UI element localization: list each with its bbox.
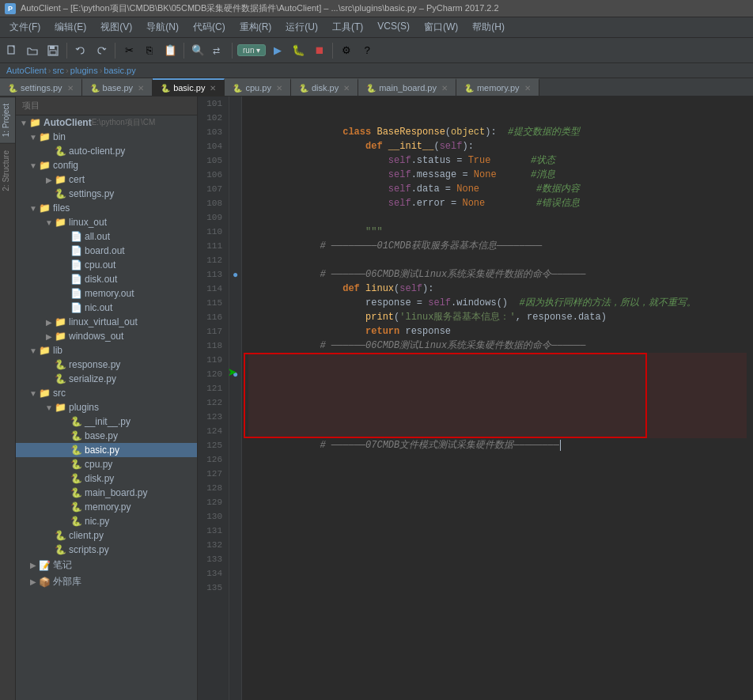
tree-basic-py[interactable]: 🐍 basic.py <box>16 443 197 457</box>
code-line-132[interactable] <box>248 538 747 552</box>
tree-board-out[interactable]: 📄 board.out <box>16 244 197 258</box>
breadcrumb-basicpy[interactable]: basic.py <box>104 66 135 75</box>
code-line-116[interactable]: return response <box>248 310 747 324</box>
code-line-118[interactable] <box>248 339 747 353</box>
code-line-128[interactable] <box>248 481 747 495</box>
tree-all-out[interactable]: 📄 all.out <box>16 229 197 244</box>
code-line-124[interactable]: # ——————07CMDB文件模式测试采集硬件数据———————— <box>248 424 747 438</box>
tree-cpu-out[interactable]: 📄 cpu.out <box>16 258 197 272</box>
code-line-111[interactable] <box>248 239 747 253</box>
tree-windows-out[interactable]: ▶ 📁 windows_out <box>16 329 197 343</box>
code-line-130[interactable] <box>248 509 747 524</box>
code-line-123[interactable]: return response <box>248 410 747 424</box>
tab-basic[interactable]: 🐍 basic.py ✕ <box>153 78 225 96</box>
tree-config[interactable]: ▼ 📁 config <box>16 158 197 172</box>
menu-c[interactable]: 代码(C) <box>187 19 232 36</box>
tab-close-cpu[interactable]: ✕ <box>276 84 282 93</box>
code-line-108[interactable] <box>248 196 747 210</box>
toolbar-find[interactable]: 🔍 <box>189 42 206 59</box>
tree-external[interactable]: ▶ 📦 外部库 <box>16 573 197 590</box>
code-line-114[interactable]: response = self.windows() #因为执行同样的方法，所以，… <box>248 282 747 296</box>
menu-vcss[interactable]: VCS(S) <box>371 19 416 36</box>
tree-memory-out[interactable]: 📄 memory.out <box>16 286 197 301</box>
toolbar-stop[interactable]: ⏹ <box>310 42 327 59</box>
toolbar-settings[interactable]: ⚙ <box>338 42 355 59</box>
code-line-120[interactable]: def test(self): <box>248 367 747 381</box>
code-line-103[interactable]: def __init__(self): <box>248 125 747 139</box>
tree-lib[interactable]: ▼ 📁 lib <box>16 343 197 358</box>
tree-nic-out[interactable]: 📄 nic.out <box>16 301 197 315</box>
tab-disk[interactable]: 🐍 disk.py ✕ <box>291 78 358 96</box>
tree-cert[interactable]: ▶ 📁 cert <box>16 172 197 187</box>
tree-settings-py[interactable]: 🐍 settings.py <box>16 187 197 201</box>
menu-e[interactable]: 编辑(E) <box>48 19 93 36</box>
code-line-122[interactable]: print('test服务器基本信息：', response.data) <box>248 395 747 410</box>
tree-root-item[interactable]: ▼ 📁 AutoClient E:\python项目\CM <box>16 115 197 130</box>
tab-cpu[interactable]: 🐍 cpu.py ✕ <box>225 78 290 96</box>
code-line-135[interactable] <box>248 581 747 595</box>
breadcrumb-plugins[interactable]: plugins <box>70 66 98 75</box>
code-line-112[interactable]: # ——————06CMDB测试Linux系统采集硬件数据的命令—————— <box>248 253 747 267</box>
code-line-110[interactable]: # ————————01CMDB获取服务器基本信息———————— <box>248 225 747 239</box>
vtab-project[interactable]: 1: Project <box>0 96 15 143</box>
toolbar-paste[interactable]: 📋 <box>161 42 179 59</box>
menu-u[interactable]: 运行(U) <box>279 19 324 36</box>
breadcrumb-autoclient[interactable]: AutoClient <box>6 66 47 75</box>
tree-memory-py[interactable]: 🐍 memory.py <box>16 500 197 514</box>
toolbar-help[interactable]: ? <box>358 42 376 59</box>
toolbar-run[interactable]: ▶ <box>269 42 286 59</box>
code-line-106[interactable]: self.data = None #数据内容 <box>248 168 747 182</box>
code-line-107[interactable]: self.error = None #错误信息 <box>248 182 747 196</box>
code-container[interactable]: 101 102 103 104 105 106 107 108 109 110 … <box>198 96 753 700</box>
menu-f[interactable]: 文件(F) <box>3 19 47 36</box>
sidebar-tab-project[interactable]: 项目 <box>22 100 40 112</box>
tree-nic-py[interactable]: 🐍 nic.py <box>16 514 197 528</box>
code-line-119[interactable]: # ——————07CMDB文件模式测试采集硬件数据———————— <box>248 353 747 367</box>
tab-close-basic[interactable]: ✕ <box>210 84 216 93</box>
tree-mainboard-py[interactable]: 🐍 main_board.py <box>16 486 197 500</box>
code-line-133[interactable] <box>248 552 747 566</box>
code-line-127[interactable] <box>248 467 747 481</box>
menu-r[interactable]: 重构(R) <box>233 19 278 36</box>
menu-n[interactable]: 导航(N) <box>140 19 185 36</box>
tree-linux-out[interactable]: ▼ 📁 linux_out <box>16 215 197 229</box>
tree-base-py[interactable]: 🐍 base.py <box>16 429 197 443</box>
tab-close-mainboard[interactable]: ✕ <box>441 84 448 93</box>
toolbar-copy[interactable]: ⎘ <box>141 42 158 59</box>
tree-scripts[interactable]: 🐍 scripts.py <box>16 543 197 557</box>
tree-serialize[interactable]: 🐍 serialize.py <box>16 372 197 386</box>
code-line-102[interactable]: class BaseResponse(object): #提交数据的类型 <box>248 111 747 125</box>
code-content[interactable]: ➤ class BaseResponse(object): #提交数据的类型 d… <box>242 96 753 700</box>
code-line-105[interactable]: self.message = None #消息 <box>248 153 747 168</box>
tab-base[interactable]: 🐍 base.py ✕ <box>82 78 153 96</box>
tree-files[interactable]: ▼ 📁 files <box>16 201 197 215</box>
tree-linux-virtual[interactable]: ▶ 📁 linux_virtual_out <box>16 315 197 329</box>
tab-close-base[interactable]: ✕ <box>138 84 144 93</box>
toolbar-debug[interactable]: 🐛 <box>289 42 307 59</box>
tree-auto-client[interactable]: 🐍 auto-client.py <box>16 144 197 158</box>
tab-mainboard[interactable]: 🐍 main_board.py ✕ <box>358 78 456 96</box>
code-line-104[interactable]: self.status = True #状态 <box>248 139 747 153</box>
code-line-109[interactable]: """ <box>248 210 747 225</box>
code-line-113[interactable]: def linux(self): <box>248 267 747 282</box>
toolbar-cut[interactable]: ✂ <box>120 42 138 59</box>
tab-settings[interactable]: 🐍 settings.py ✕ <box>0 78 82 96</box>
code-line-117[interactable]: # ——————06CMDB测试Linux系统采集硬件数据的命令—————— <box>248 324 747 339</box>
code-line-134[interactable] <box>248 566 747 581</box>
tree-disk-out[interactable]: 📄 disk.out <box>16 272 197 286</box>
toolbar-save[interactable] <box>44 42 62 59</box>
toolbar-replace[interactable]: ⇄ <box>210 42 227 59</box>
tree-response[interactable]: 🐍 response.py <box>16 358 197 372</box>
toolbar-redo[interactable] <box>93 42 110 59</box>
code-line-129[interactable] <box>248 495 747 509</box>
tree-src[interactable]: ▼ 📁 src <box>16 386 197 400</box>
breadcrumb-src[interactable]: src <box>52 66 64 75</box>
menu-v[interactable]: 视图(V) <box>94 19 138 36</box>
tab-close-memory[interactable]: ✕ <box>524 84 531 93</box>
code-line-101[interactable] <box>248 96 747 111</box>
tree-cpu-py[interactable]: 🐍 cpu.py <box>16 457 197 471</box>
code-line-115[interactable]: print('linux服务器基本信息：', response.data) <box>248 296 747 310</box>
tree-plugins[interactable]: ▼ 📁 plugins <box>16 400 197 414</box>
tree-notes[interactable]: ▶ 📝 笔记 <box>16 557 197 573</box>
code-line-121[interactable]: response = self.windows() #因为执行同样的方法，所以，… <box>248 381 747 395</box>
